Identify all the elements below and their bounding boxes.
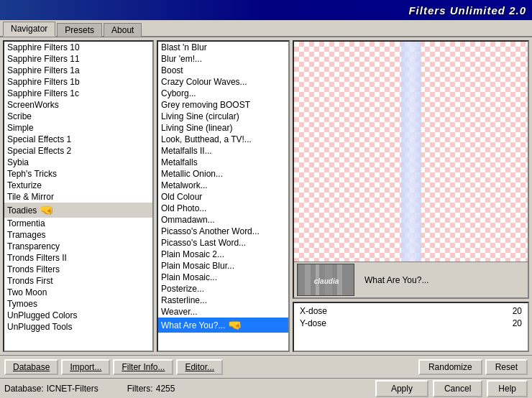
list-item[interactable]: Tronds Filters II (4, 252, 152, 264)
hand-cursor-icon: 🤜 (40, 203, 54, 217)
status-right: Apply Cancel Help (375, 380, 528, 397)
status-bar: Database: ICNET-Filters Filters: 4255 Ap… (0, 378, 532, 398)
tab-about[interactable]: About (104, 23, 142, 37)
list-item[interactable]: Special Effects 2 (4, 145, 152, 157)
filter-list-item[interactable]: Boost (158, 65, 288, 76)
params-panel: X-dose 20 Y-dose 20 (293, 302, 529, 352)
toolbar: Database Import... Filter Info... Editor… (0, 355, 532, 378)
cancel-button[interactable]: Cancel (433, 380, 482, 397)
filter-list-item[interactable]: Crazy Colour Waves... (158, 76, 288, 88)
list-item[interactable]: Sapphire Filters 1a (4, 65, 152, 76)
randomize-button[interactable]: Randomize (418, 359, 482, 375)
database-label: Database: (4, 384, 44, 394)
blue-stripe-overlay (401, 42, 421, 265)
filter-list-item[interactable]: Picasso's Another Word... (158, 226, 288, 237)
filter-list-item[interactable]: Living Sine (linear) (158, 122, 288, 134)
param-ydose-value: 20 (500, 318, 522, 328)
filters-label: Filters: (127, 384, 153, 394)
filter-list-item[interactable]: Old Colour (158, 191, 288, 203)
filter-list-item[interactable]: Metalfalls (158, 157, 288, 168)
list-item[interactable]: Sapphire Filters 1c (4, 88, 152, 99)
filter-list-item[interactable]: Cyborg... (158, 88, 288, 99)
preview-area[interactable]: claudia What Are You?... (293, 40, 529, 299)
filter-list-item[interactable]: Blur 'em!... (158, 53, 288, 65)
list-item[interactable]: UnPlugged Tools (4, 321, 152, 333)
hand-cursor-icon-right: 🤜 (228, 318, 242, 332)
list-item-toadies[interactable]: Toadies 🤜 (4, 203, 152, 218)
status-filters: Filters: 4255 (127, 384, 175, 394)
param-row-xdose: X-dose 20 (300, 306, 522, 316)
filter-list-item-selected[interactable]: What Are You?... 🤜 (158, 318, 288, 333)
database-button[interactable]: Database (4, 359, 58, 375)
tab-bar: Navigator Presets About (0, 20, 532, 37)
filter-list-item[interactable]: Rasterline... (158, 295, 288, 306)
param-xdose-value: 20 (500, 306, 522, 316)
tab-presets[interactable]: Presets (57, 23, 102, 37)
filter-list-item[interactable]: Grey removing BOOST (158, 99, 288, 111)
title-bar: Filters Unlimited 2.0 (0, 0, 532, 20)
status-database: Database: ICNET-Filters (4, 384, 98, 394)
param-xdose-label: X-dose (300, 306, 500, 316)
filter-list-item[interactable]: Look, Butthead, a TV!... (158, 134, 288, 145)
list-item[interactable]: Simple (4, 122, 152, 134)
list-item[interactable]: Sapphire Filters 11 (4, 53, 152, 65)
app-title: Filters Unlimited 2.0 (408, 4, 526, 17)
list-item[interactable]: Texturize (4, 180, 152, 191)
filter-list-item[interactable]: Plain Mosaic 2... (158, 249, 288, 260)
list-item[interactable]: Tramages (4, 229, 152, 241)
right-panel: claudia What Are You?... X-dose 20 Y-dos… (293, 40, 529, 352)
preview-thumbnail: claudia (297, 264, 354, 296)
filter-list-item[interactable]: Old Photo... (158, 203, 288, 214)
list-item[interactable]: Tormentia (4, 218, 152, 229)
filter-list-item[interactable]: Metalfalls II... (158, 145, 288, 157)
list-item[interactable]: Tronds First (4, 275, 152, 287)
tab-navigator[interactable]: Navigator (3, 22, 55, 37)
list-item[interactable]: Sapphire Filters 10 (4, 42, 152, 53)
list-item[interactable]: Tronds Filters (4, 264, 152, 275)
filter-list-item[interactable]: Blast 'n Blur (158, 42, 288, 53)
list-item[interactable]: ScreenWorks (4, 99, 152, 111)
filter-list-item[interactable]: Plain Mosaic Blur... (158, 260, 288, 272)
param-row-ydose: Y-dose 20 (300, 318, 522, 328)
filter-list-item[interactable]: Picasso's Last Word... (158, 237, 288, 249)
preview-overlay: claudia What Are You?... (294, 262, 528, 297)
list-item[interactable]: Tile & Mirror (4, 191, 152, 203)
list-item[interactable]: Transparency (4, 241, 152, 252)
list-item[interactable]: Two Moon (4, 287, 152, 298)
filter-list-item[interactable]: Metalwork... (158, 180, 288, 191)
apply-button[interactable]: Apply (375, 380, 428, 397)
filter-list-item[interactable]: Posterize... (158, 283, 288, 295)
svg-rect-2 (305, 264, 311, 296)
filters-value: 4255 (156, 384, 175, 394)
thumbnail-svg: claudia (298, 264, 354, 296)
svg-text:claudia: claudia (314, 277, 339, 285)
list-item[interactable]: Teph's Tricks (4, 168, 152, 180)
filter-info-button[interactable]: Filter Info... (113, 359, 173, 375)
list-item[interactable]: UnPlugged Colors (4, 310, 152, 321)
filter-list-item[interactable]: Living Sine (circular) (158, 111, 288, 122)
help-button[interactable]: Help (487, 380, 528, 397)
reset-button[interactable]: Reset (485, 359, 528, 375)
filter-list-item[interactable]: Weaver... (158, 306, 288, 318)
import-button[interactable]: Import... (61, 359, 110, 375)
param-ydose-label: Y-dose (300, 318, 500, 328)
filter-list[interactable]: Blast 'n Blur Blur 'em!... Boost Crazy C… (157, 40, 290, 352)
list-item[interactable]: Sapphire Filters 1b (4, 76, 152, 88)
list-item[interactable]: Sybia (4, 157, 152, 168)
filter-name-label: What Are You?... (359, 275, 525, 285)
main-content: Sapphire Filters 10 Sapphire Filters 11 … (0, 37, 532, 355)
filter-list-item[interactable]: Plain Mosaic... (158, 272, 288, 283)
filter-list-item[interactable]: Metallic Onion... (158, 168, 288, 180)
list-item[interactable]: Special Effects 1 (4, 134, 152, 145)
filter-list-item[interactable]: Ommadawn... (158, 214, 288, 226)
database-value: ICNET-Filters (47, 384, 98, 394)
category-list[interactable]: Sapphire Filters 10 Sapphire Filters 11 … (3, 40, 154, 352)
list-item[interactable]: Scribe (4, 111, 152, 122)
list-item[interactable]: Tymoes (4, 298, 152, 310)
editor-button[interactable]: Editor... (176, 359, 223, 375)
